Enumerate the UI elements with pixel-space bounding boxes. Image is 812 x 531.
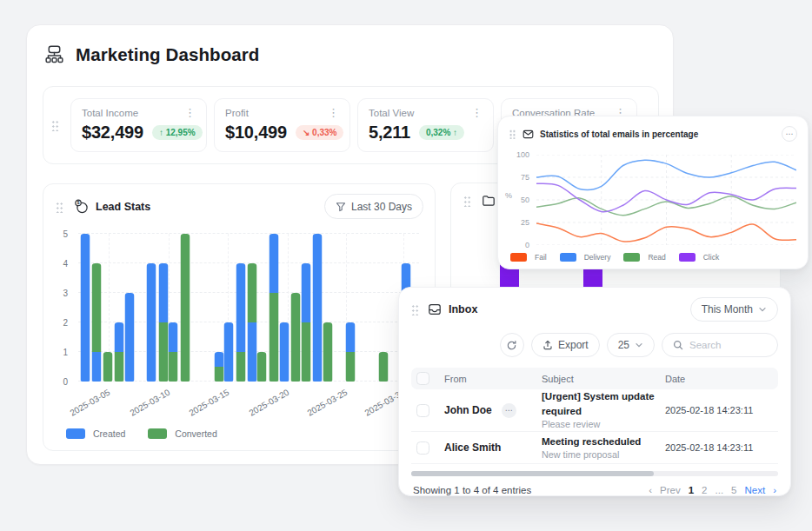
chevron-down-icon: [635, 341, 643, 349]
lead-bar: [302, 263, 311, 382]
next-arrow-icon[interactable]: ›: [773, 485, 776, 495]
table-row[interactable]: John Doe ⋯ [Urgent] System update requir…: [411, 389, 778, 432]
email-stats-yaxis: 0255075100: [509, 155, 529, 245]
row-checkbox[interactable]: [416, 404, 429, 417]
lead-bar: [214, 352, 223, 382]
drag-handle-icon[interactable]: [56, 201, 63, 213]
bar-segment-converted: [214, 367, 223, 382]
svg-text:$: $: [77, 200, 80, 205]
stat-card-total-income: Total Income ⋮ $32,499 ↑ 12,95%: [70, 98, 207, 152]
bar-segment-created: [214, 352, 223, 367]
page-title: Marketing Dashboard: [76, 44, 260, 65]
next-button[interactable]: Next: [745, 485, 766, 495]
email-date: 2025-02-18 14:23:11: [665, 405, 773, 415]
drag-handle-icon[interactable]: [51, 119, 59, 131]
inbox-footer: Showing 1 to 4 of 4 entries ‹ Prev 1 2 .…: [399, 476, 790, 495]
email-stats-legend: Fail Delivery Read Click: [510, 253, 719, 262]
legend-swatch: [560, 253, 576, 262]
row-checkbox[interactable]: [416, 441, 429, 455]
stat-label: Total Income: [82, 108, 138, 118]
folder-icon: [482, 194, 496, 208]
legend-item-click: Click: [679, 253, 719, 262]
y-tick-label: 25: [521, 218, 529, 227]
prev-button[interactable]: Prev: [660, 485, 681, 495]
email-stats-title: Statistics of total emails in percentage: [540, 129, 698, 139]
bar-segment-converted: [290, 293, 300, 382]
bar-segment-converted: [269, 293, 278, 382]
bar-segment-converted: [158, 322, 168, 382]
lead-bar: [169, 322, 178, 382]
drag-handle-icon[interactable]: [509, 129, 516, 139]
bar-segment-created: [80, 234, 90, 382]
kebab-menu-icon[interactable]: ⋮: [184, 107, 196, 118]
x-tick-label: 2025-03-15: [188, 388, 231, 418]
dashboard-header: Marketing Dashboard: [27, 25, 673, 66]
bar-segment-created: [114, 322, 123, 352]
lead-bar: [125, 293, 135, 382]
table-row[interactable]: Alice Smith Meeting rescheduled New time…: [411, 432, 778, 464]
lead-stats-card: $ Lead Stats Last 30 Days 012345 2025-03…: [43, 183, 436, 451]
stat-label: Profit: [225, 108, 249, 118]
y-tick-label: 2: [63, 318, 68, 328]
legend-item-read: Read: [623, 253, 665, 262]
stat-label: Total View: [369, 108, 414, 118]
email-stats-svg: [536, 155, 796, 245]
page-size-dropdown[interactable]: 25: [607, 333, 655, 357]
lead-bar: [114, 322, 123, 382]
y-tick-label: 0: [63, 377, 68, 387]
sitemap-icon: [43, 43, 66, 66]
scrollbar-thumb[interactable]: [411, 471, 654, 476]
export-label: Export: [558, 339, 589, 351]
date-filter-label: Last 30 Days: [351, 201, 412, 213]
stat-value: 5,211: [369, 123, 410, 143]
select-all-checkbox[interactable]: [416, 372, 429, 385]
page-button-1[interactable]: 1: [689, 485, 694, 495]
x-tick-label: 2025-03-20: [248, 388, 291, 418]
email-subject: [Urgent] System update required: [542, 389, 665, 418]
export-button[interactable]: Export: [531, 333, 600, 357]
inbox-card: Inbox This Month Export 25: [398, 287, 791, 496]
x-tick-label: 2025-03-25: [305, 388, 349, 418]
date-filter-button[interactable]: Last 30 Days: [325, 195, 423, 218]
lead-bar: [290, 293, 300, 382]
refresh-button[interactable]: [500, 333, 524, 357]
drag-handle-icon[interactable]: [463, 195, 471, 207]
lead-bar: [147, 263, 156, 382]
legend-swatch: [623, 253, 640, 262]
stat-card-profit: Profit ⋮ $10,499 ↘ 0,33%: [214, 98, 350, 152]
search-input[interactable]: [689, 340, 768, 350]
card-menu-button[interactable]: ⋯: [782, 126, 797, 142]
drag-handle-icon[interactable]: [411, 303, 419, 315]
stat-value: $32,499: [82, 123, 143, 143]
kebab-menu-icon[interactable]: ⋮: [328, 107, 339, 118]
y-tick-label: 3: [63, 289, 68, 298]
y-tick-label: 1: [63, 348, 68, 357]
legend-label: Delivery: [584, 253, 611, 262]
email-stats-ylabel: %: [505, 191, 512, 200]
legend-label: Converted: [175, 428, 216, 439]
kebab-menu-icon[interactable]: ⋮: [471, 107, 483, 118]
legend-label: Click: [703, 253, 719, 262]
page-button-5[interactable]: 5: [731, 485, 736, 495]
lead-bar: [312, 234, 322, 382]
table-header-row: From Subject Date: [411, 368, 778, 389]
y-tick-label: 100: [516, 150, 529, 159]
email-preview: New time proposal: [542, 448, 665, 461]
lead-bar: [269, 234, 278, 382]
legend-label: Created: [93, 428, 125, 439]
page-button-2[interactable]: 2: [702, 485, 707, 495]
lead-stats-legend: Created Converted: [66, 428, 217, 439]
email-preview: Please review: [542, 418, 665, 431]
export-icon: [542, 340, 553, 350]
lead-stats-chart: 012345 2025-03-052025-03-102025-03-15202…: [54, 234, 426, 432]
lead-bar: [158, 263, 168, 382]
row-menu-button[interactable]: ⋯: [502, 403, 516, 418]
period-dropdown[interactable]: This Month: [690, 297, 778, 322]
legend-label: Fail: [535, 253, 547, 262]
funnel-icon: [336, 202, 346, 212]
line-series-delivery: [536, 160, 796, 189]
bar-segment-converted: [247, 263, 256, 322]
prev-arrow-icon[interactable]: ‹: [649, 485, 652, 495]
bar-segment-converted: [256, 352, 266, 382]
bar-segment-converted: [323, 322, 333, 382]
